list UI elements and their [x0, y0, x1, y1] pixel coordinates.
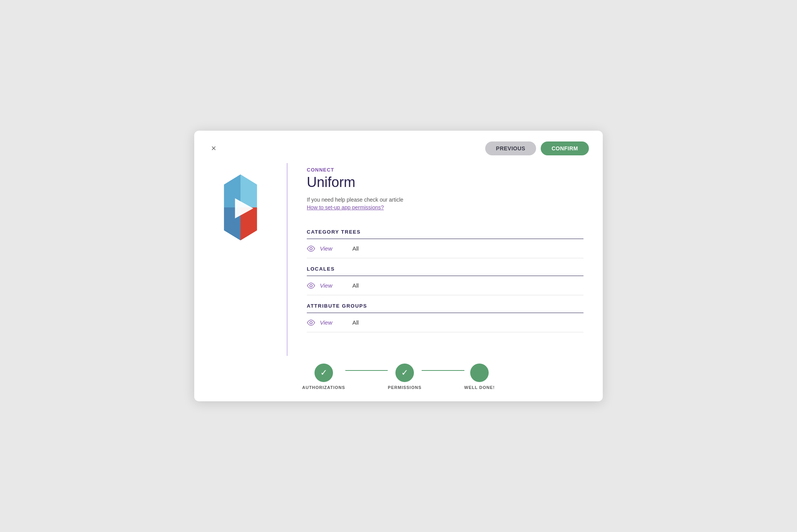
- step-label-well-done: WELL DONE!: [464, 385, 495, 390]
- permission-label-attribute-groups-view: View: [320, 319, 332, 326]
- step-permissions: ✓ PERMISSIONS: [388, 364, 421, 390]
- permission-value-locales-view: All: [352, 282, 359, 289]
- connect-label: CONNECT: [307, 167, 583, 173]
- step-circle-permissions: ✓: [395, 364, 414, 382]
- section-title-attribute-groups: ATTRIBUTE GROUPS: [307, 295, 583, 313]
- help-link[interactable]: How to set-up app permissions?: [307, 204, 583, 210]
- progress-bar: ✓ AUTHORIZATIONS ✓ PERMISSIONS WELL DONE…: [302, 364, 495, 390]
- step-well-done: WELL DONE!: [464, 364, 495, 390]
- close-button[interactable]: ×: [208, 143, 219, 154]
- step-label-permissions: PERMISSIONS: [388, 385, 421, 390]
- confirm-button[interactable]: CONFIRM: [541, 141, 589, 155]
- app-title: Uniform: [307, 174, 583, 190]
- progress-section: ✓ AUTHORIZATIONS ✓ PERMISSIONS WELL DONE…: [194, 356, 603, 401]
- left-panel: [194, 163, 287, 356]
- permission-label-category-trees-view: View: [320, 245, 332, 252]
- permission-row-category-trees-view: View All: [307, 239, 583, 258]
- step-connector-2: [422, 370, 464, 371]
- app-logo: [204, 171, 277, 244]
- previous-button[interactable]: PREVIOUS: [485, 141, 536, 155]
- help-text: If you need help please check our articl…: [307, 197, 583, 203]
- eye-icon-locales: [307, 283, 315, 289]
- step-circle-authorizations: ✓: [314, 364, 333, 382]
- section-title-locales: LOCALES: [307, 258, 583, 276]
- svg-point-12: [310, 321, 312, 323]
- header-buttons: PREVIOUS CONFIRM: [485, 141, 589, 155]
- permission-value-category-trees-view: All: [352, 245, 359, 252]
- step-label-authorizations: AUTHORIZATIONS: [302, 385, 345, 390]
- section-category-trees: CATEGORY TREES View All: [307, 221, 583, 258]
- section-attribute-groups: ATTRIBUTE GROUPS View All: [307, 295, 583, 332]
- eye-icon-category-trees: [307, 246, 315, 252]
- check-icon-authorizations: ✓: [320, 368, 327, 378]
- svg-marker-6: [240, 175, 257, 208]
- step-authorizations: ✓ AUTHORIZATIONS: [302, 364, 345, 390]
- eye-icon-attribute-groups: [307, 320, 315, 326]
- permission-label-locales-view: View: [320, 282, 332, 289]
- svg-point-11: [310, 284, 312, 286]
- step-connector-1: [345, 370, 388, 371]
- check-icon-permissions: ✓: [401, 368, 408, 378]
- section-locales: LOCALES View All: [307, 258, 583, 295]
- row-divider-attribute-groups: [307, 332, 583, 332]
- permission-row-attribute-groups-view: View All: [307, 313, 583, 332]
- section-title-category-trees: CATEGORY TREES: [307, 221, 583, 239]
- permission-value-attribute-groups-view: All: [352, 319, 359, 326]
- svg-point-10: [310, 247, 312, 249]
- modal-body: CONNECT Uniform If you need help please …: [194, 155, 603, 356]
- modal-header: × PREVIOUS CONFIRM: [194, 131, 603, 155]
- modal-container: × PREVIOUS CONFIRM: [194, 131, 603, 401]
- permission-row-locales-view: View All: [307, 276, 583, 295]
- step-circle-well-done: [470, 364, 489, 382]
- right-panel: CONNECT Uniform If you need help please …: [288, 163, 603, 356]
